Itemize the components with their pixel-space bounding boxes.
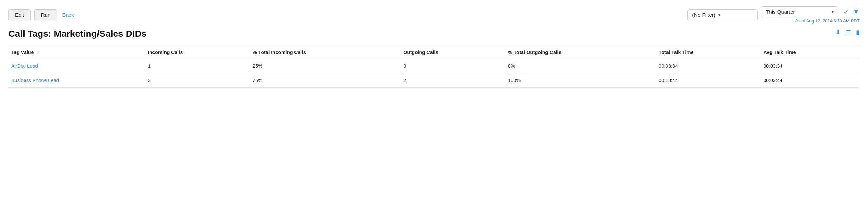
- run-button[interactable]: Run: [34, 9, 57, 20]
- funnel-icon[interactable]: ▼: [853, 8, 860, 16]
- bar-chart-button[interactable]: ▮: [856, 28, 860, 36]
- main-container: Edit Run Back (No Filter) ▾ This Quarter…: [0, 0, 868, 200]
- table-row: Business Phone Lead 3 75% 2 100% 00:18:4…: [8, 73, 860, 88]
- filter-chevron-icon: ▾: [718, 13, 720, 18]
- list-view-button[interactable]: ☰: [846, 28, 851, 36]
- download-button[interactable]: ⬇: [835, 28, 841, 36]
- quarter-value: This Quarter: [766, 9, 795, 15]
- cell-avg-talk-time: 00:03:44: [761, 73, 860, 88]
- col-pct-outgoing: % Total Outgoing Calls: [505, 46, 656, 59]
- col-total-talk-time: Total Talk Time: [656, 46, 761, 59]
- col-avg-talk-time: Avg Talk Time: [761, 46, 860, 59]
- col-tag-value: Tag Value ↑: [8, 46, 145, 59]
- cell-outgoing-calls: 0: [401, 59, 506, 73]
- check-icon[interactable]: ✓: [843, 8, 849, 16]
- right-top: This Quarter ▾ ✓ ▼: [761, 6, 860, 17]
- cell-pct-outgoing: 0%: [505, 59, 656, 73]
- filter-value: (No Filter): [692, 12, 716, 18]
- right-controls: This Quarter ▾ ✓ ▼ As of Aug 12, 2024 6:…: [761, 6, 860, 24]
- cell-incoming-calls: 1: [145, 59, 250, 73]
- cell-pct-incoming: 25%: [250, 59, 401, 73]
- back-button[interactable]: Back: [61, 10, 75, 20]
- cell-pct-outgoing: 100%: [505, 73, 656, 88]
- sort-arrow-icon[interactable]: ↑: [36, 49, 39, 55]
- filter-dropdown[interactable]: (No Filter) ▾: [687, 9, 758, 20]
- page-title: Call Tags: Marketing/Sales DIDs: [8, 28, 835, 39]
- cell-total-talk-time: 00:18:44: [656, 73, 761, 88]
- edit-button[interactable]: Edit: [8, 9, 31, 20]
- cell-tag-value[interactable]: AirDial Lead: [8, 59, 145, 73]
- as-of-text: As of Aug 12, 2024 6:50 AM PDT: [795, 19, 860, 24]
- bar-chart-icon: ▮: [856, 29, 860, 36]
- cell-incoming-calls: 3: [145, 73, 250, 88]
- col-incoming-calls: Incoming Calls: [145, 46, 250, 59]
- col-outgoing-calls: Outgoing Calls: [401, 46, 506, 59]
- download-icon: ⬇: [835, 29, 841, 36]
- tag-value-link[interactable]: AirDial Lead: [11, 63, 38, 69]
- quarter-chevron-icon: ▾: [832, 9, 834, 14]
- cell-outgoing-calls: 2: [401, 73, 506, 88]
- action-icons: ⬇ ☰ ▮: [835, 28, 860, 36]
- toolbar: Edit Run Back (No Filter) ▾ This Quarter…: [8, 6, 860, 24]
- cell-avg-talk-time: 00:03:34: [761, 59, 860, 73]
- quarter-dropdown[interactable]: This Quarter ▾: [761, 6, 838, 17]
- table-header-row: Tag Value ↑ Incoming Calls % Total Incom…: [8, 46, 860, 59]
- header-row: Call Tags: Marketing/Sales DIDs ⬇ ☰ ▮: [8, 28, 860, 44]
- list-icon: ☰: [846, 29, 851, 36]
- table-row: AirDial Lead 1 25% 0 0% 00:03:34 00:03:3…: [8, 59, 860, 73]
- tag-value-link[interactable]: Business Phone Lead: [11, 78, 59, 83]
- cell-tag-value[interactable]: Business Phone Lead: [8, 73, 145, 88]
- cell-total-talk-time: 00:03:34: [656, 59, 761, 73]
- col-pct-incoming: % Total Incoming Calls: [250, 46, 401, 59]
- cell-pct-incoming: 75%: [250, 73, 401, 88]
- data-table: Tag Value ↑ Incoming Calls % Total Incom…: [8, 46, 860, 88]
